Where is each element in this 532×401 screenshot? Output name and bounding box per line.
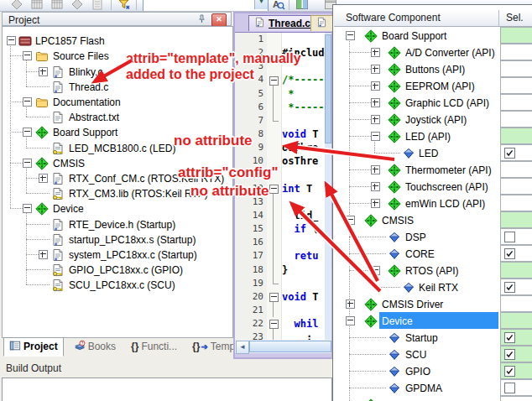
component-tree-item[interactable]: Touchscreen (API)	[405, 180, 488, 195]
editor-horizontal-scrollbar[interactable]: ◄	[235, 340, 331, 353]
component-tree-item[interactable]: Buttons (API)	[405, 62, 465, 77]
expand-toggle-minus-icon[interactable]	[346, 216, 355, 225]
component-tree-item[interactable]: CMSIS Driver	[382, 297, 443, 312]
pin-icon[interactable]	[196, 13, 209, 25]
line-number: 16	[238, 237, 263, 247]
component-checkbox[interactable]	[504, 148, 515, 159]
expand-toggle-plus-icon[interactable]	[371, 48, 380, 57]
component-tree-item[interactable]: Board Support	[382, 29, 446, 44]
component-tree-item[interactable]: Keil RTX	[419, 280, 458, 295]
toolbar-split-window-icon[interactable]	[295, 0, 310, 12]
expand-toggle-plus-icon[interactable]	[371, 81, 380, 91]
component-tree-item[interactable]: GPIO	[405, 364, 430, 379]
scroll-left-button[interactable]: ◄	[236, 341, 249, 354]
tree-connector	[349, 186, 371, 187]
project-tree-item[interactable]: Source Files	[53, 49, 109, 64]
project-tree-item[interactable]: startup_LPC18xx.s (Startup)	[69, 232, 196, 247]
expand-toggle-plus-icon[interactable]	[39, 67, 48, 76]
tab-next-file[interactable]	[310, 15, 334, 31]
scrollbar-thumb[interactable]	[325, 34, 331, 143]
component-tree-item[interactable]: Device	[382, 314, 413, 329]
project-tree-item[interactable]: Documentation	[53, 95, 121, 110]
expand-toggle-minus-icon[interactable]	[346, 316, 355, 325]
component-checkbox[interactable]	[504, 349, 515, 360]
component-tree-item[interactable]: DSP	[405, 230, 426, 245]
project-tree-item[interactable]: RTX_CM3.lib (RTOS:Keil RTX)	[69, 186, 208, 201]
project-tree-item[interactable]: Thread.c	[69, 80, 108, 95]
toolbar-grid-icon-2[interactable]	[50, 0, 65, 12]
green-diamond-icon	[35, 126, 49, 139]
toolbar-find-icon[interactable]: A	[272, 0, 286, 12]
component-checkbox[interactable]	[504, 232, 515, 242]
component-tree-item[interactable]: CORE	[405, 247, 435, 262]
component-checkbox[interactable]	[504, 282, 515, 293]
toolbar-diamond-icon-2[interactable]	[70, 0, 85, 12]
fold-collapse-icon[interactable]	[269, 320, 279, 329]
expand-toggle-minus-icon[interactable]	[23, 97, 32, 107]
expand-toggle-plus-icon[interactable]	[371, 199, 380, 208]
component-tree-item[interactable]: LED (API)	[405, 129, 451, 144]
expand-toggle-minus-icon[interactable]	[23, 159, 32, 168]
expand-toggle-minus-icon[interactable]	[371, 266, 380, 275]
expand-toggle-plus-icon[interactable]	[371, 115, 380, 124]
tab-books[interactable]: ?Books	[69, 338, 121, 356]
component-tree-item[interactable]: SCU	[405, 347, 426, 362]
toolbar-funnel-icon[interactable]	[117, 0, 132, 12]
chevron-down-icon[interactable]: ▼	[254, 0, 268, 9]
expand-toggle-minus-icon[interactable]	[7, 36, 16, 45]
tree-connector	[374, 287, 400, 288]
expand-toggle-plus-icon[interactable]	[371, 165, 380, 174]
expand-toggle-minus-icon[interactable]	[23, 128, 32, 137]
component-tree-item[interactable]: LED	[419, 146, 438, 161]
target-select[interactable]: ▼	[143, 0, 269, 12]
expand-toggle-minus-icon[interactable]	[346, 31, 355, 40]
component-tree-item[interactable]: CMSIS	[382, 213, 414, 228]
component-tree-item[interactable]: Startup	[405, 331, 438, 346]
project-tree-item[interactable]: SCU_LPC18xx.c (SCU)	[69, 278, 175, 293]
editor-tab-bar: Thread.c	[235, 13, 331, 33]
component-checkbox[interactable]	[504, 332, 515, 343]
toolbar-grid-icon-1[interactable]	[30, 0, 44, 12]
toolbar-diamond-icon[interactable]	[10, 0, 24, 12]
project-tree-item[interactable]: Blinky.c	[69, 65, 102, 80]
editor-vertical-scrollbar[interactable]	[325, 33, 331, 340]
component-checkbox[interactable]	[504, 248, 515, 259]
expand-toggle-plus-icon[interactable]	[371, 98, 380, 107]
tab-project[interactable]: Project	[3, 337, 64, 357]
fold-collapse-icon[interactable]	[269, 185, 279, 194]
expand-toggle-minus-icon[interactable]	[23, 204, 32, 213]
tab-functi[interactable]: {}Functi...	[126, 339, 182, 354]
project-tree-item[interactable]: CMSIS	[53, 156, 85, 171]
expand-toggle-minus-icon[interactable]	[23, 51, 32, 60]
tab-thread-c[interactable]: Thread.c	[248, 15, 316, 31]
component-tree-item[interactable]: GPDMA	[405, 381, 442, 396]
expand-toggle-plus-icon[interactable]	[346, 299, 355, 309]
tree-connector	[349, 203, 371, 204]
expand-toggle-plus-icon[interactable]	[39, 174, 48, 183]
project-tree-item[interactable]: LPC1857 Flash	[35, 34, 105, 49]
component-tree-item[interactable]: Thermometer (API)	[405, 163, 492, 178]
fold-collapse-icon[interactable]	[269, 293, 279, 302]
component-tree-item[interactable]: A/D Converter (API)	[405, 45, 495, 60]
scrollbar-thumb[interactable]	[249, 341, 331, 352]
component-tree-item[interactable]: Joystick (API)	[405, 112, 467, 128]
expand-toggle-plus-icon[interactable]	[371, 65, 380, 74]
component-tree-item[interactable]: emWin LCD (API)	[405, 196, 485, 211]
component-tree-item[interactable]: EEPROM (API)	[405, 79, 475, 94]
project-tree-item[interactable]: system_LPC18xx.c (Startup)	[69, 247, 197, 263]
toolbar-doc-icon[interactable]	[91, 0, 105, 12]
component-checkbox[interactable]	[504, 366, 515, 377]
component-checkbox[interactable]	[504, 383, 515, 393]
project-tree-item[interactable]: LED_MCB1800.c (LED)	[69, 141, 175, 156]
project-tree-item[interactable]: Device	[53, 201, 84, 216]
component-tree-item[interactable]: RTOS (API)	[405, 263, 459, 279]
project-tree-item[interactable]: GPIO_LPC18xx.c (GPIO)	[69, 263, 183, 278]
component-tree-item[interactable]: Graphic LCD (API)	[405, 96, 489, 111]
project-tree-item[interactable]: Abstract.txt	[69, 110, 119, 125]
project-tree-item[interactable]: Board Support	[53, 125, 117, 140]
expand-toggle-plus-icon[interactable]	[371, 182, 380, 191]
project-tree-item[interactable]: RTE_Device.h (Startup)	[69, 217, 175, 232]
expand-toggle-minus-icon[interactable]	[371, 132, 380, 141]
expand-toggle-plus-icon[interactable]	[39, 250, 48, 259]
close-icon[interactable]: ✕	[211, 13, 227, 27]
